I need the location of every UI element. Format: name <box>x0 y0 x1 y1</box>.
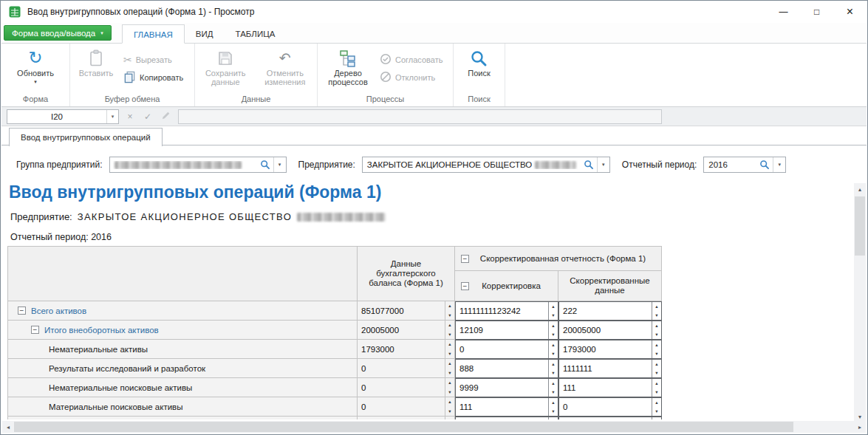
cut-button[interactable]: ✂ Вырезать <box>119 52 188 68</box>
table-row-label[interactable]: Всего активов <box>8 301 358 321</box>
spinner[interactable] <box>548 417 558 419</box>
spinner[interactable] <box>445 359 454 377</box>
process-tree-button[interactable]: Дерево процессов <box>321 46 375 86</box>
spinner[interactable] <box>445 417 454 419</box>
spinner[interactable] <box>445 321 454 339</box>
adjusted-cell[interactable] <box>558 417 662 419</box>
formula-input[interactable] <box>178 109 662 124</box>
chevron-down-icon <box>100 30 103 36</box>
spinner[interactable] <box>548 302 558 320</box>
balance-cell: 0 <box>358 378 455 397</box>
cell-reference-combo[interactable]: I20 <box>7 109 119 124</box>
spinner[interactable] <box>548 321 558 339</box>
edit-formula-icon[interactable] <box>159 111 172 123</box>
table-row-label[interactable]: Нематериальные поисковые активы <box>8 378 358 397</box>
company-line: Предприятие: ЗАКРЫТОЕ АКЦИОНЕРНОЕ ОБЩЕСТ… <box>10 211 386 222</box>
ribbon-group-processes: Дерево процессов Согласовать <box>318 44 454 106</box>
scroll-up-icon[interactable] <box>854 183 866 195</box>
search-button[interactable]: Поиск <box>468 46 490 78</box>
horizontal-scrollbar[interactable] <box>2 421 866 433</box>
adjustment-cell[interactable]: 0 <box>455 340 558 359</box>
collapse-icon[interactable] <box>461 255 469 263</box>
adjustment-cell[interactable]: 111 <box>455 397 558 417</box>
spinner[interactable] <box>652 398 661 416</box>
spinner[interactable] <box>445 378 454 397</box>
paste-button[interactable]: Вставить <box>73 46 119 78</box>
adjusted-column-header[interactable]: Скорректированные данные <box>558 271 662 301</box>
chevron-down-icon[interactable] <box>106 110 118 123</box>
adjusted-cell[interactable]: 0 <box>558 397 662 417</box>
vertical-scrollbar[interactable] <box>854 183 866 422</box>
adjusted-cell[interactable]: 222 <box>558 301 662 321</box>
group-filter-combo[interactable] <box>109 157 287 173</box>
document-tab[interactable]: Ввод внутригрупповых операций <box>9 128 163 146</box>
spinner[interactable] <box>548 398 558 416</box>
adjustment-cell[interactable]: 12109 <box>455 321 558 340</box>
cancel-entry-icon[interactable]: × <box>123 112 137 122</box>
chevron-down-icon[interactable] <box>773 157 785 172</box>
minimize-button[interactable]: — <box>767 1 800 23</box>
spinner[interactable] <box>445 397 454 416</box>
save-data-button[interactable]: Сохранить данные <box>198 46 253 86</box>
refresh-button[interactable]: ↻ Обновить <box>17 46 54 85</box>
window-title: Ввод внутригрупповых операций (Форма 1) … <box>27 7 254 17</box>
spinner[interactable] <box>548 379 558 397</box>
adjustment-cell[interactable] <box>455 417 558 419</box>
scroll-right-icon[interactable] <box>854 421 866 433</box>
adjusted-cell[interactable]: 1111111 <box>558 359 662 378</box>
group-label-clipboard: Буфер обмена <box>70 94 194 106</box>
adjusted-cell[interactable]: 20005000 <box>558 321 662 340</box>
ribbon-tab-tablica[interactable]: ТАБЛИЦА <box>224 24 286 44</box>
adjustment-cell[interactable]: 11111111123242 <box>455 301 558 321</box>
table-row-label[interactable]: Итого внеоборотных активов <box>8 321 358 340</box>
spinner[interactable] <box>652 302 661 320</box>
scroll-left-icon[interactable] <box>2 421 14 433</box>
collapse-icon[interactable] <box>18 306 26 315</box>
ribbon-tab-glavnaya[interactable]: ГЛАВНАЯ <box>122 24 185 44</box>
maximize-button[interactable]: □ <box>800 1 833 23</box>
search-icon[interactable] <box>756 160 773 170</box>
period-filter-combo[interactable]: 2016 <box>703 157 786 173</box>
spinner[interactable] <box>548 360 558 377</box>
copy-button[interactable]: Копировать <box>119 69 188 86</box>
ribbon-tab-vid[interactable]: ВИД <box>185 24 225 44</box>
spinner[interactable] <box>652 417 661 419</box>
chevron-down-icon[interactable] <box>597 157 609 172</box>
table-row-label[interactable] <box>8 417 358 419</box>
spinner[interactable] <box>652 379 661 397</box>
collapse-icon[interactable] <box>461 282 469 290</box>
search-icon[interactable] <box>581 160 597 170</box>
close-button[interactable]: × <box>833 1 867 23</box>
accept-entry-icon[interactable]: ✓ <box>141 112 154 122</box>
adjustment-cell[interactable]: 888 <box>455 359 558 378</box>
spinner[interactable] <box>652 340 661 358</box>
approve-button[interactable]: Согласовать <box>375 52 447 68</box>
balance-column-header[interactable]: Данные бухгалтерского баланса (Форма 1) <box>358 247 455 301</box>
chevron-down-icon[interactable] <box>273 157 286 172</box>
adjustment-column-header[interactable]: Корректировка <box>455 271 558 301</box>
ribbon-group-clipboard: Вставить ✂ Вырезать Коп <box>70 44 195 106</box>
collapse-icon[interactable] <box>31 326 39 334</box>
spinner[interactable] <box>652 321 661 339</box>
adjustment-cell[interactable]: 9999 <box>455 378 558 397</box>
horizontal-scroll-thumb[interactable] <box>14 422 793 432</box>
adjusted-cell[interactable]: 111 <box>558 378 662 397</box>
undo-changes-button[interactable]: ↶ Отменить изменения <box>256 46 314 86</box>
table-row-label[interactable]: Материальные поисковые активы <box>8 397 358 417</box>
spinner[interactable] <box>445 301 454 320</box>
spinner[interactable] <box>445 340 454 358</box>
cell-reference-value: I20 <box>7 112 106 121</box>
adjusted-cell[interactable]: 1793000 <box>558 340 662 359</box>
table-row-label[interactable]: Нематериальные активы <box>8 340 358 359</box>
table-row-label[interactable]: Результаты исследований и разработок <box>8 359 358 378</box>
spinner[interactable] <box>548 340 558 358</box>
vertical-scroll-thumb[interactable] <box>855 196 865 256</box>
spinner[interactable] <box>652 360 661 377</box>
adjusted-group-header[interactable]: Скорректированная отчетность (Форма 1) <box>455 247 662 271</box>
paste-icon <box>88 48 104 68</box>
app-menu-button[interactable]: Форма ввода/вывода <box>4 25 112 41</box>
company-filter-combo[interactable]: ЗАКРЫТОЕ АКЦИОНЕРНОЕ ОБЩЕСТВО <box>362 157 610 173</box>
reject-button[interactable]: Отклонить <box>375 69 447 86</box>
search-icon[interactable] <box>257 160 273 170</box>
app-menu-label: Форма ввода/вывода <box>12 29 95 38</box>
